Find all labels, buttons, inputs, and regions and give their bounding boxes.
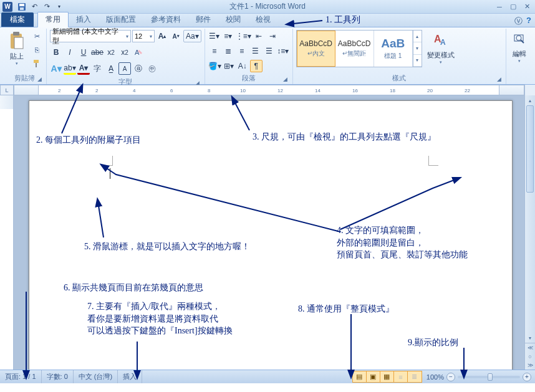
italic-button[interactable]: I bbox=[64, 46, 76, 59]
line-spacing-button[interactable]: ↕≡▾ bbox=[277, 45, 289, 57]
change-styles-button[interactable]: AA 變更樣式 ▾ bbox=[425, 30, 457, 66]
distribute-button[interactable]: ☰ bbox=[263, 45, 276, 57]
status-insert-mode[interactable]: 插入 bbox=[118, 370, 142, 383]
editing-button[interactable]: 編輯 ▾ bbox=[509, 30, 529, 65]
justify-button[interactable]: ☰ bbox=[249, 45, 262, 57]
zoom-slider[interactable] bbox=[458, 376, 520, 378]
subscript-button[interactable]: x2 bbox=[105, 46, 117, 59]
vertical-scrollbar[interactable]: ▴ ▾ ≪ ○ ≫ bbox=[524, 95, 535, 370]
ruler-toggle-icon[interactable] bbox=[524, 85, 535, 95]
cut-button[interactable]: ✂ bbox=[31, 30, 43, 42]
paragraph-launcher-icon[interactable]: ◢ bbox=[282, 76, 289, 84]
show-marks-button[interactable]: ¶ bbox=[250, 60, 263, 72]
style-item-nospacing[interactable]: AaBbCcD ↵無間距 bbox=[335, 31, 374, 67]
strikethrough-button[interactable]: abe bbox=[91, 46, 104, 59]
ruler-corner[interactable]: L bbox=[0, 85, 14, 95]
styles-group-label: 樣式◢ bbox=[296, 72, 503, 84]
group-font: 新細明體 (本文中文字型▾ 12▾ A▴ A▾ Aa▾ B I U abe x2… bbox=[47, 29, 205, 84]
status-language[interactable]: 中文 (台灣) bbox=[74, 370, 118, 383]
svg-point-12 bbox=[516, 36, 521, 41]
zoom-in-button[interactable]: + bbox=[523, 373, 531, 381]
svg-rect-5 bbox=[14, 37, 23, 49]
align-left-button[interactable]: ≡ bbox=[208, 45, 221, 57]
sort-button[interactable]: A↓ bbox=[236, 60, 249, 72]
tab-home[interactable]: 常用 bbox=[37, 12, 69, 27]
text-effects-button[interactable]: A▾ bbox=[50, 62, 62, 75]
status-words[interactable]: 字數: 0 bbox=[42, 370, 74, 383]
circle-char-button[interactable]: ㊥ bbox=[146, 62, 158, 75]
page[interactable]: │ bbox=[29, 100, 513, 370]
style-item-heading1[interactable]: AaB 標題 1 bbox=[374, 31, 413, 67]
shading-button[interactable]: 🪣▾ bbox=[208, 60, 221, 72]
change-styles-label: 變更樣式 bbox=[427, 50, 455, 60]
char-border-button[interactable]: A bbox=[118, 62, 131, 75]
file-tab[interactable]: 檔案 bbox=[1, 12, 34, 27]
increase-indent-button[interactable]: ⇥ bbox=[266, 30, 279, 42]
clear-format-button[interactable]: A bbox=[132, 46, 145, 59]
scroll-down-icon[interactable]: ▾ bbox=[525, 333, 535, 343]
char-shading-button[interactable]: 字 bbox=[91, 62, 104, 75]
tab-layout[interactable]: 版面配置 bbox=[99, 12, 143, 27]
group-styles: AaBbCcD ↵內文 AaBbCcD ↵無間距 AaB 標題 1 ▴ ▾ ▾ bbox=[293, 29, 506, 84]
clipboard-launcher-icon[interactable]: ◢ bbox=[36, 76, 43, 84]
style-item-normal[interactable]: AaBbCcD ↵內文 bbox=[297, 31, 335, 67]
prev-page-icon[interactable]: ≪ bbox=[525, 343, 535, 352]
highlight-button[interactable]: ab▾ bbox=[64, 62, 76, 75]
group-editing: 編輯 ▾ bbox=[506, 29, 533, 84]
copy-button[interactable]: ⎘ bbox=[31, 44, 43, 56]
underline-button[interactable]: U bbox=[77, 46, 90, 59]
outline-view-button[interactable]: ≡ bbox=[394, 371, 408, 383]
align-right-button[interactable]: ≡ bbox=[236, 45, 248, 57]
document-area: │ ▴ ▾ ≪ ○ ≫ bbox=[0, 95, 535, 370]
tab-insert[interactable]: 插入 bbox=[69, 12, 99, 27]
styles-gallery: AaBbCcD ↵內文 AaBbCcD ↵無間距 AaB 標題 1 ▴ ▾ ▾ bbox=[296, 30, 422, 67]
bold-button[interactable]: B bbox=[50, 46, 62, 59]
tab-mailings[interactable]: 郵件 bbox=[188, 12, 218, 27]
paragraph-group-label: 段落◢ bbox=[208, 72, 289, 84]
styles-launcher-icon[interactable]: ◢ bbox=[495, 76, 503, 84]
tab-review[interactable]: 校閱 bbox=[218, 12, 248, 27]
gallery-down-icon[interactable]: ▾ bbox=[413, 42, 422, 54]
align-center-button[interactable]: ≣ bbox=[222, 45, 234, 57]
decrease-indent-button[interactable]: ⇤ bbox=[253, 30, 265, 42]
status-page[interactable]: 頁面: 1 / 1 bbox=[0, 370, 42, 383]
tab-references[interactable]: 參考資料 bbox=[143, 12, 188, 27]
draft-view-button[interactable]: ≣ bbox=[408, 371, 422, 383]
grow-font-button[interactable]: A▴ bbox=[156, 30, 168, 42]
font-size-combo[interactable]: 12▾ bbox=[132, 30, 155, 42]
gallery-more-icon[interactable]: ▾ bbox=[413, 55, 422, 67]
borders-button[interactable]: ⊞▾ bbox=[223, 60, 235, 72]
help-icon[interactable]: ? bbox=[526, 16, 531, 27]
next-page-icon[interactable]: ≫ bbox=[525, 361, 535, 370]
document-viewport[interactable]: │ bbox=[14, 95, 524, 370]
format-painter-button[interactable] bbox=[31, 57, 43, 70]
zoom-percent[interactable]: 100% bbox=[427, 373, 444, 381]
numbering-button[interactable]: ≡▾ bbox=[222, 30, 234, 42]
horizontal-ruler[interactable]: 22 46 810 1214 1618 2022 bbox=[14, 85, 524, 95]
zoom-thumb[interactable] bbox=[488, 373, 493, 381]
superscript-button[interactable]: x2 bbox=[118, 46, 131, 59]
paste-button[interactable]: 貼上 ▾ bbox=[6, 30, 28, 67]
shrink-font-button[interactable]: A▾ bbox=[170, 30, 182, 42]
tab-view[interactable]: 檢視 bbox=[248, 12, 278, 27]
browse-object-icon[interactable]: ○ bbox=[525, 352, 535, 361]
scroll-up-icon[interactable]: ▴ bbox=[525, 95, 535, 105]
vertical-ruler[interactable] bbox=[0, 95, 14, 370]
style-preview: AaBbCcD bbox=[338, 39, 371, 48]
phonetic-button[interactable]: ⓐ bbox=[132, 62, 145, 75]
change-case-button[interactable]: Aa▾ bbox=[183, 30, 201, 42]
ribbon-minimize-icon[interactable]: ⓥ bbox=[514, 16, 523, 27]
zoom-out-button[interactable]: − bbox=[446, 373, 455, 381]
gallery-up-icon[interactable]: ▴ bbox=[413, 31, 422, 42]
web-view-button[interactable]: ▦ bbox=[380, 371, 394, 383]
font-name-combo[interactable]: 新細明體 (本文中文字型▾ bbox=[50, 30, 131, 42]
enclose-char-button[interactable]: A̲ bbox=[105, 62, 117, 75]
fullscreen-view-button[interactable]: ▣ bbox=[367, 371, 380, 383]
multilevel-button[interactable]: ⋮≡▾ bbox=[236, 30, 251, 42]
bullets-button[interactable]: ☰▾ bbox=[208, 30, 221, 42]
print-layout-view-button[interactable]: ▤ bbox=[353, 371, 367, 383]
status-spacer bbox=[142, 370, 352, 383]
zoom-controls: 100% − + bbox=[423, 370, 535, 383]
font-color-button[interactable]: A▾ bbox=[77, 62, 90, 75]
scroll-thumb[interactable] bbox=[526, 105, 534, 193]
